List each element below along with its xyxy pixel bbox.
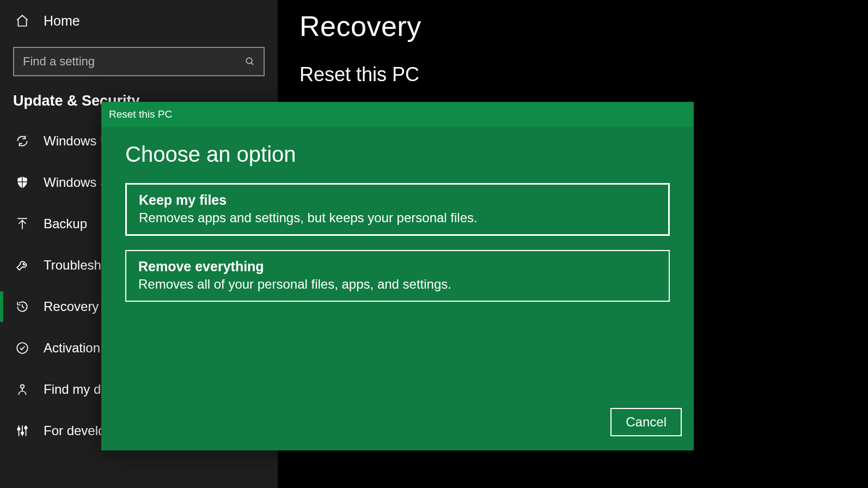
dialog-heading: Choose an option [125,142,670,167]
backup-icon [15,217,29,231]
svg-point-0 [246,58,252,64]
svg-point-8 [17,428,20,430]
page-title: Recovery [299,10,846,42]
search-row [0,41,278,76]
search-input[interactable] [23,54,245,69]
option-desc: Removes all of your personal files, apps… [138,277,657,292]
home-icon [15,14,29,28]
svg-point-4 [17,343,28,353]
option-desc: Removes apps and settings, but keeps you… [139,210,656,225]
home-nav[interactable]: Home [0,0,278,41]
cancel-button[interactable]: Cancel [610,408,682,436]
dialog-body: Choose an option Keep my files Removes a… [101,127,694,450]
option-title: Keep my files [139,192,656,208]
sync-icon [15,134,29,148]
check-circle-icon [15,341,29,355]
option-remove-everything[interactable]: Remove everything Removes all of your pe… [125,250,670,302]
dialog-titlebar: Reset this PC [101,102,694,127]
history-icon [15,300,29,314]
dialog-title: Reset this PC [109,108,172,120]
option-title: Remove everything [138,259,657,274]
sidebar-item-label: Recovery [44,299,99,314]
search-icon [245,57,255,66]
svg-point-10 [21,432,23,434]
wrench-icon [15,258,29,272]
settings-window: Home Update & Security Windows Update [0,0,868,488]
reset-pc-dialog: Reset this PC Choose an option Keep my f… [101,102,694,450]
svg-point-12 [25,426,27,429]
sidebar-item-label: Backup [44,216,87,231]
section-title: Reset this PC [299,63,846,86]
svg-point-5 [21,385,25,388]
pin-person-icon [15,382,29,396]
option-keep-my-files[interactable]: Keep my files Removes apps and settings,… [125,183,670,236]
shield-icon [15,175,29,190]
search-box[interactable] [13,47,265,76]
svg-line-1 [251,63,253,65]
sliders-icon [15,424,29,438]
sidebar-item-label: Activation [44,340,100,356]
home-label: Home [44,13,80,29]
